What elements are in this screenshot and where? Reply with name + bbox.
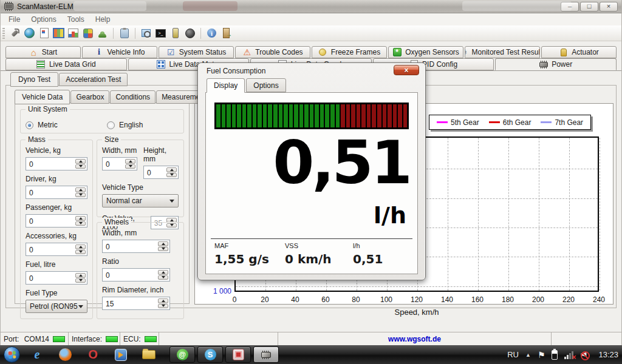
battery-icon[interactable] [169, 27, 181, 39]
spin-up[interactable] [166, 167, 177, 172]
volume-muted-icon[interactable] [581, 351, 590, 359]
vehicle-kg-stepper[interactable]: 0 [26, 157, 87, 170]
passenger-kg-stepper[interactable]: 0 [26, 214, 87, 228]
tab-acceleration-test[interactable]: Acceleration Test [59, 73, 128, 86]
spin-up[interactable] [125, 159, 135, 164]
tab-freeze-frames[interactable]: Freeze Frames [312, 46, 387, 58]
size-width-stepper[interactable]: 0 [102, 157, 137, 170]
spin-up[interactable] [158, 270, 168, 275]
terminal-icon[interactable] [155, 27, 166, 39]
spin-up[interactable] [158, 241, 168, 246]
tab-options[interactable]: Options [246, 78, 285, 92]
internet-explorer-icon[interactable]: e [30, 348, 44, 362]
spin-down[interactable] [75, 193, 86, 198]
tab-trouble-codes[interactable]: ⚠Trouble Codes [235, 46, 310, 58]
search-icon[interactable] [140, 27, 152, 39]
scanmaster-taskbar-button[interactable] [253, 346, 279, 363]
tab-live-data-grid[interactable]: Live Data Grid [5, 58, 127, 70]
spin-up[interactable] [158, 298, 168, 303]
spin-down[interactable] [75, 250, 86, 255]
tab-oxygen-sensors[interactable]: Oxygen Sensors [388, 46, 463, 58]
report-icon[interactable] [38, 27, 50, 39]
spin-down[interactable] [75, 278, 86, 283]
menu-file[interactable]: File [3, 14, 26, 25]
user-icon[interactable] [97, 27, 108, 39]
connect-icon[interactable] [9, 27, 21, 39]
accessories-kg-stepper[interactable]: 0 [26, 243, 87, 256]
language-indicator[interactable]: RU [507, 350, 519, 359]
close-button[interactable]: × [600, 2, 618, 12]
spin-up[interactable] [75, 187, 86, 192]
menu-tools[interactable]: Tools [62, 14, 90, 25]
tab-vehicle-info[interactable]: iVehicle Info [82, 46, 157, 58]
vertical-gridline [508, 138, 509, 291]
tab-dyno-test[interactable]: Dyno Test [10, 72, 58, 87]
tray-expand-icon[interactable]: ▲ [525, 352, 531, 358]
live-data-graph-icon[interactable] [67, 27, 79, 39]
lh-readout: l/h 0,51 [353, 242, 383, 266]
red-app-taskbar-button[interactable] [225, 346, 251, 363]
opera-icon[interactable]: O [86, 348, 100, 362]
metric-radio[interactable]: Metric [26, 118, 97, 132]
readout-divider [211, 238, 412, 239]
messenger-taskbar-button[interactable]: @ [169, 346, 195, 363]
restore-button[interactable]: □ [580, 2, 598, 12]
exit-icon[interactable] [220, 27, 232, 39]
spin-down[interactable] [75, 164, 86, 169]
info-icon[interactable] [206, 27, 217, 39]
start-button[interactable] [4, 346, 20, 363]
clock[interactable]: 13:23 [598, 350, 618, 359]
readouts: MAF 1,55 g/s VSS 0 km/h l/h 0,51 [206, 242, 417, 271]
port-value: COM14 [24, 335, 49, 343]
spin-down[interactable] [158, 304, 168, 309]
rim-diameter-stepper[interactable]: 15 [102, 297, 170, 310]
spin-down[interactable] [158, 247, 168, 252]
ratio-stepper[interactable]: 0 [102, 268, 170, 281]
tab-actuator[interactable]: Actuator [541, 46, 617, 58]
spin-up[interactable] [75, 244, 86, 249]
status-empty [552, 332, 621, 345]
globe-icon[interactable] [24, 27, 35, 39]
battery-icon[interactable] [552, 350, 558, 360]
tab-display[interactable]: Display [207, 78, 245, 93]
list-icon [36, 60, 46, 69]
tab-power[interactable]: Power [495, 58, 617, 70]
accessories-kg-label: Accessories, kg [26, 232, 87, 240]
spin-up[interactable] [75, 159, 86, 164]
size-height-stepper[interactable]: 0 [143, 166, 179, 179]
english-radio[interactable]: English [97, 118, 179, 132]
spin-down[interactable] [75, 221, 86, 226]
firefox-icon[interactable] [58, 348, 72, 362]
live-data-meter-icon[interactable] [82, 27, 94, 39]
action-center-flag-icon[interactable]: ⚑ [538, 350, 545, 360]
spin-down[interactable] [125, 164, 135, 169]
vehicle-type-select[interactable]: Normal car [102, 194, 179, 207]
website-link[interactable]: www.wgsoft.de [278, 332, 552, 345]
skype-taskbar-button[interactable]: S [197, 346, 223, 363]
media-player-icon[interactable] [114, 348, 128, 362]
spin-down[interactable] [166, 173, 177, 178]
tab-monitored-test-results[interactable]: ⚙Monitored Test Results [465, 46, 540, 58]
network-icon[interactable] [564, 351, 574, 359]
menu-help[interactable]: Help [90, 14, 116, 25]
gauge-icon[interactable] [184, 27, 196, 39]
tab-conditions[interactable]: Conditions [110, 90, 156, 104]
spin-up[interactable] [75, 216, 86, 221]
dialog-close-button[interactable]: × [394, 65, 419, 75]
live-data-grid-icon[interactable] [53, 27, 64, 39]
wheel-width-stepper[interactable]: 0 [102, 240, 170, 253]
driver-kg-stepper[interactable]: 0 [26, 186, 87, 199]
spin-up[interactable] [75, 273, 86, 278]
tab-gearbox[interactable]: Gearbox [70, 90, 109, 104]
clipboard-icon[interactable] [118, 27, 130, 39]
menu-options[interactable]: Options [26, 14, 61, 25]
messenger-icon: @ [177, 349, 188, 360]
explorer-folder-icon[interactable] [142, 348, 156, 362]
spin-down[interactable] [158, 275, 168, 280]
dialog-title: Fuel Consumption [207, 67, 265, 75]
tab-start[interactable]: ⌂Start [5, 46, 81, 58]
fuel-litre-stepper[interactable]: 0 [26, 271, 87, 285]
fuel-type-select[interactable]: Petrol (RON95 [26, 300, 87, 313]
tab-vehicle-data[interactable]: Vehicle Data [15, 90, 70, 104]
tab-system-status[interactable]: ☑System Status [159, 46, 234, 58]
